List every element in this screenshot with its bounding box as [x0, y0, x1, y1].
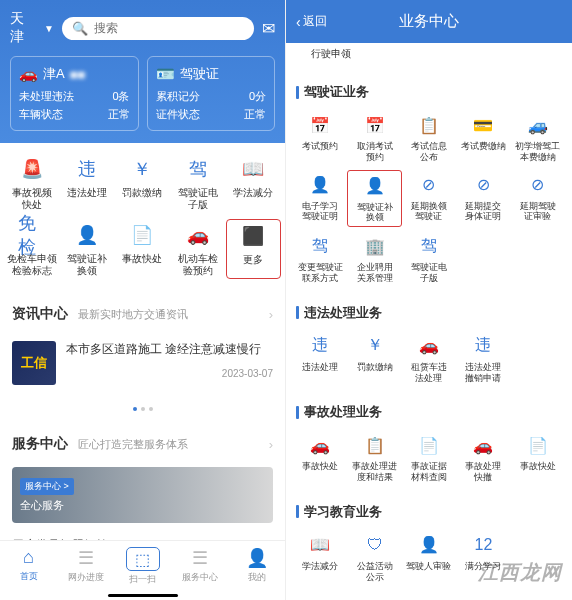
news-headline: 本市多区道路施工 途经注意减速慢行: [66, 341, 273, 358]
nav-item-4[interactable]: 👤我的: [228, 547, 285, 586]
service-section-header[interactable]: 服务中心 匠心打造完整服务体系 ›: [0, 425, 285, 463]
message-icon[interactable]: ✉: [262, 19, 275, 38]
left-screenshot: 天津 ▼ 🔍 ✉ 🚗 津A ■■ 未处理违法 0条 车辆状态: [0, 0, 286, 600]
vehicle-card[interactable]: 🚗 津A ■■ 未处理违法 0条 车辆状态 正常: [10, 56, 139, 131]
grid-item-5[interactable]: 免检免检车申领检验标志: [6, 221, 57, 277]
news-section-header[interactable]: 资讯中心 最新实时地方交通资讯 ›: [0, 295, 285, 333]
cat-icon: 12: [471, 533, 495, 557]
category-title: 事故处理业务: [294, 397, 564, 427]
partial-item[interactable]: 行驶申领: [306, 43, 356, 69]
category-0: 驾驶证业务📅考试预约📅取消考试预约📋考试信息公布💳考试费缴纳🚙初学增驾工本费缴纳…: [294, 77, 564, 290]
nav-item-2[interactable]: ⬚扫一扫: [114, 547, 171, 586]
id-icon: 🪪: [156, 65, 175, 83]
grid-item-4[interactable]: 📖学法减分: [228, 155, 279, 211]
cat-icon: 🏢: [363, 234, 387, 258]
carousel-dots: [0, 393, 285, 419]
top-blue-section: 天津 ▼ 🔍 ✉ 🚗 津A ■■ 未处理违法 0条 车辆状态: [0, 0, 285, 143]
cat-0-item-4[interactable]: 🚙初学增驾工本费缴纳: [512, 113, 564, 163]
title-bar-icon: [296, 406, 299, 419]
cat-3-item-2[interactable]: 👤驾驶人审验: [403, 533, 455, 583]
cat-0-item-12[interactable]: 驾驾驶证电子版: [403, 234, 455, 284]
cat-label: 租赁车违法处理: [411, 362, 447, 384]
grid-item-0[interactable]: 🚨事故视频快处: [6, 155, 57, 211]
cat-0-item-3[interactable]: 💳考试费缴纳: [457, 113, 509, 163]
back-button[interactable]: ‹ 返回: [296, 13, 327, 30]
cat-0-item-0[interactable]: 📅考试预约: [294, 113, 346, 163]
cat-0-item-6[interactable]: 👤驾驶证补换领: [347, 170, 401, 228]
cat-icon: ⊘: [417, 173, 441, 197]
banner-text: 全心服务: [20, 498, 265, 513]
cat-2-item-0[interactable]: 🚗事故快处: [294, 433, 346, 483]
license-card[interactable]: 🪪 驾驶证 累积记分 0分 证件状态 正常: [147, 56, 276, 131]
cat-1-item-0[interactable]: 违违法处理: [294, 334, 346, 384]
cat-0-item-10[interactable]: 驾变更驾驶证联系方式: [294, 234, 346, 284]
nav-item-1[interactable]: ☰网办进度: [57, 547, 114, 586]
grid-label: 违法处理: [67, 187, 107, 199]
cat-3-item-1[interactable]: 🛡公益活动公示: [348, 533, 400, 583]
news-date: 2023-03-07: [66, 368, 273, 379]
back-label: 返回: [303, 13, 327, 30]
service-subtitle: 匠心打造完整服务体系: [78, 437, 269, 452]
nav-icon: ⌂: [23, 547, 34, 568]
grid-item-1[interactable]: 违违法处理: [61, 155, 112, 211]
grid-item-8[interactable]: 🚗机动车检验预约: [172, 221, 223, 277]
grid-item-7[interactable]: 📄事故快处: [117, 221, 168, 277]
cat-label: 事故证据材料查阅: [411, 461, 447, 483]
cat-3-item-0[interactable]: 📖学法减分: [294, 533, 346, 583]
grid-label: 事故快处: [122, 253, 162, 265]
grid-icon: 免检: [18, 221, 46, 249]
grid-item-3[interactable]: 驾驾驶证电子版: [172, 155, 223, 211]
search-row: 天津 ▼ 🔍 ✉: [10, 10, 275, 46]
nav-item-0[interactable]: ⌂首页: [0, 547, 57, 586]
grid-item-9[interactable]: ⬛更多: [226, 219, 281, 279]
cat-label: 驾驶证补换领: [357, 202, 393, 224]
chevron-down-icon[interactable]: ▼: [44, 23, 54, 34]
cat-label: 事故处理快撤: [465, 461, 501, 483]
grid-icon: 违: [73, 155, 101, 183]
cat-2-item-3[interactable]: 🚗事故处理快撤: [457, 433, 509, 483]
cat-label: 公益活动公示: [357, 561, 393, 583]
cat-icon: 📋: [363, 433, 387, 457]
cat-0-item-2[interactable]: 📋考试信息公布: [403, 113, 455, 163]
news-item[interactable]: 工信 本市多区道路施工 途经注意减速慢行 2023-03-07: [0, 333, 285, 393]
cat-0-item-8[interactable]: ⊘延期提交身体证明: [457, 173, 509, 225]
cat-1-item-3[interactable]: 违违法处理撤销申请: [457, 334, 509, 384]
cat-label: 变更驾驶证联系方式: [298, 262, 343, 284]
cat-2-item-1[interactable]: 📋事故处理进度和结果: [348, 433, 400, 483]
grid-label: 驾驶证补换领: [67, 253, 107, 277]
grid-icon: 📖: [239, 155, 267, 183]
cat-1-item-2[interactable]: 🚗租赁车违法处理: [403, 334, 455, 384]
cat-icon: 👤: [417, 533, 441, 557]
service-banner[interactable]: 服务中心 > 全心服务: [12, 467, 273, 523]
cat-icon: 📅: [363, 113, 387, 137]
cat-2-item-2[interactable]: 📄事故证据材料查阅: [403, 433, 455, 483]
cat-0-item-7[interactable]: ⊘延期换领驾驶证: [403, 173, 455, 225]
cat-icon: 违: [471, 334, 495, 358]
violation-label: 未处理违法: [19, 89, 74, 104]
cat-label: 延期换领驾驶证: [411, 201, 447, 223]
search-box[interactable]: 🔍: [62, 17, 254, 40]
nav-item-3[interactable]: ☰服务中心: [171, 547, 228, 586]
grid-item-2[interactable]: ￥罚款缴纳: [117, 155, 168, 211]
cat-label: 学法减分: [302, 561, 338, 572]
category-2: 事故处理业务🚗事故快处📋事故处理进度和结果📄事故证据材料查阅🚗事故处理快撤📄事故…: [294, 397, 564, 489]
search-input[interactable]: [94, 21, 244, 35]
cat-0-item-11[interactable]: 🏢企业聘用关系管理: [348, 234, 400, 284]
cat-1-item-1[interactable]: ￥罚款缴纳: [348, 334, 400, 384]
cat-0-item-9[interactable]: ⊘延期驾驶证审验: [512, 173, 564, 225]
city-selector[interactable]: 天津: [10, 10, 36, 46]
service-grid: 🚨事故视频快处违违法处理￥罚款缴纳驾驾驶证电子版📖学法减分免检免检车申领检验标志…: [0, 143, 285, 289]
cat-label: 罚款缴纳: [357, 362, 393, 373]
grid-item-6[interactable]: 👤驾驶证补换领: [61, 221, 112, 277]
category-title: 学习教育业务: [294, 497, 564, 527]
nav-icon: ☰: [78, 547, 94, 569]
blurred-text: ■■: [70, 67, 86, 82]
cat-icon: 🚙: [526, 113, 550, 137]
chevron-right-icon: ›: [269, 307, 273, 322]
cat-2-item-4[interactable]: 📄事故快处: [512, 433, 564, 483]
cat-icon: 📅: [308, 113, 332, 137]
cat-0-item-1[interactable]: 📅取消考试预约: [348, 113, 400, 163]
cat-label: 违法处理撤销申请: [465, 362, 501, 384]
cat-0-item-5[interactable]: 👤电子学习驾驶证明: [294, 173, 346, 225]
violation-value: 0条: [112, 89, 129, 104]
